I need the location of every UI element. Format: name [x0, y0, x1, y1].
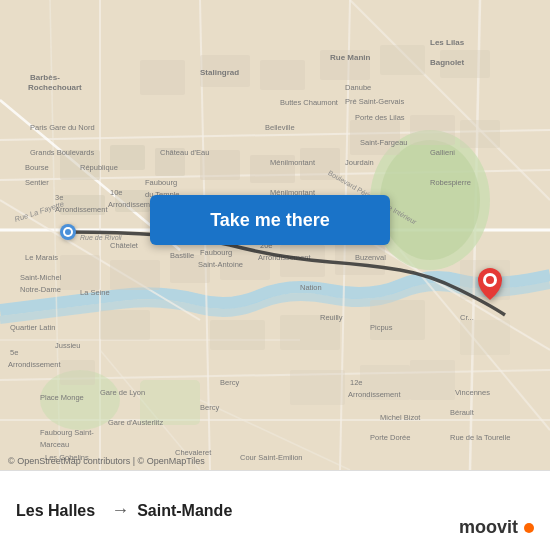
svg-text:Robespierre: Robespierre: [430, 178, 471, 187]
svg-text:Arrondissement: Arrondissement: [348, 390, 401, 399]
svg-text:République: République: [80, 163, 118, 172]
svg-text:5e: 5e: [10, 348, 18, 357]
svg-rect-29: [110, 260, 160, 290]
svg-text:Bourse: Bourse: [25, 163, 49, 172]
svg-text:Jourdain: Jourdain: [345, 158, 374, 167]
moovit-logo: moovit: [459, 517, 534, 538]
svg-text:Ménilmontant: Ménilmontant: [270, 158, 316, 167]
svg-text:Gallieni: Gallieni: [430, 148, 455, 157]
svg-rect-41: [410, 360, 455, 400]
svg-text:Gare de Lyon: Gare de Lyon: [100, 388, 145, 397]
svg-text:Stalingrad: Stalingrad: [200, 68, 239, 77]
svg-text:Saint-Antoine: Saint-Antoine: [198, 260, 243, 269]
moovit-brand-name: moovit: [459, 517, 518, 538]
svg-text:Buttes Chaumont: Buttes Chaumont: [280, 98, 339, 107]
svg-text:Picpus: Picpus: [370, 323, 393, 332]
svg-point-127: [65, 229, 71, 235]
svg-text:Paris Gare du Nord: Paris Gare du Nord: [30, 123, 95, 132]
take-me-there-button[interactable]: Take me there: [150, 195, 390, 245]
svg-text:Bagnolet: Bagnolet: [430, 58, 465, 67]
svg-text:Arrondissement: Arrondissement: [8, 360, 61, 369]
svg-text:Faubourg: Faubourg: [145, 178, 177, 187]
svg-text:Châtelet: Châtelet: [110, 241, 139, 250]
svg-point-20: [380, 140, 480, 260]
svg-text:Saint-Fargeau: Saint-Fargeau: [360, 138, 408, 147]
arrow-icon: →: [111, 500, 129, 521]
svg-text:Marceau: Marceau: [40, 440, 69, 449]
svg-text:Belleville: Belleville: [265, 123, 295, 132]
svg-text:Saint-Michel: Saint-Michel: [20, 273, 62, 282]
svg-text:Cr...: Cr...: [460, 313, 474, 322]
from-location: Les Halles: [16, 502, 95, 520]
svg-rect-47: [460, 120, 500, 148]
moovit-logo-dot: [524, 523, 534, 533]
svg-text:Rochechouart: Rochechouart: [28, 83, 82, 92]
svg-text:Faubourg Saint-: Faubourg Saint-: [40, 428, 94, 437]
svg-text:Nation: Nation: [300, 283, 322, 292]
svg-text:Arrondissement: Arrondissement: [55, 205, 108, 214]
svg-text:Bercy: Bercy: [200, 403, 219, 412]
svg-text:10e: 10e: [110, 188, 123, 197]
svg-text:Pré Saint-Gervais: Pré Saint-Gervais: [345, 97, 404, 106]
svg-text:Bercy: Bercy: [220, 378, 239, 387]
footer: Les Halles → Saint-Mande moovit: [0, 470, 550, 550]
svg-rect-37: [100, 310, 150, 340]
svg-rect-36: [210, 320, 265, 350]
svg-text:Sentier: Sentier: [25, 178, 49, 187]
svg-text:12e: 12e: [350, 378, 363, 387]
svg-text:Rue Manin: Rue Manin: [330, 53, 371, 62]
svg-text:Porte des Lilas: Porte des Lilas: [355, 113, 405, 122]
map-container: Rue La Fayette Rue de Rivoli Boulevard P…: [0, 0, 550, 470]
svg-rect-49: [460, 320, 510, 355]
svg-text:Le Marais: Le Marais: [25, 253, 58, 262]
svg-rect-50: [140, 60, 185, 95]
svg-text:Rue de Rivoli: Rue de Rivoli: [80, 234, 122, 241]
svg-text:Château d'Eau: Château d'Eau: [160, 148, 209, 157]
svg-text:Vincennes: Vincennes: [455, 388, 490, 397]
svg-text:La Seine: La Seine: [80, 288, 110, 297]
svg-rect-46: [410, 115, 455, 145]
svg-text:Gare d'Austerlitz: Gare d'Austerlitz: [108, 418, 163, 427]
map-attribution: © OpenStreetMap contributors | © OpenMap…: [8, 456, 205, 466]
svg-text:Faubourg: Faubourg: [200, 248, 232, 257]
svg-text:Danube: Danube: [345, 83, 371, 92]
svg-text:Jussieu: Jussieu: [55, 341, 80, 350]
svg-rect-28: [60, 255, 100, 290]
svg-rect-39: [290, 370, 345, 405]
svg-text:Les Lilas: Les Lilas: [430, 38, 465, 47]
svg-text:Rue de la Tourelle: Rue de la Tourelle: [450, 433, 510, 442]
svg-text:Reuilly: Reuilly: [320, 313, 343, 322]
svg-point-129: [486, 276, 494, 284]
svg-text:3e: 3e: [55, 193, 63, 202]
svg-text:Notre-Dame: Notre-Dame: [20, 285, 61, 294]
svg-text:Michel Bizot: Michel Bizot: [380, 413, 421, 422]
svg-text:Barbès-: Barbès-: [30, 73, 60, 82]
svg-text:Buzenval: Buzenval: [355, 253, 386, 262]
svg-text:Porte Dorée: Porte Dorée: [370, 433, 410, 442]
svg-text:Bérault: Bérault: [450, 408, 475, 417]
to-location: Saint-Mande: [137, 502, 232, 520]
svg-rect-54: [380, 45, 425, 75]
svg-text:Bastille: Bastille: [170, 251, 194, 260]
svg-text:Place Monge: Place Monge: [40, 393, 84, 402]
svg-rect-34: [370, 300, 425, 340]
svg-text:Cour Saint-Emilion: Cour Saint-Emilion: [240, 453, 303, 462]
svg-text:Quartier Latin: Quartier Latin: [10, 323, 55, 332]
svg-rect-52: [260, 60, 305, 90]
svg-text:Grands Boulevards: Grands Boulevards: [30, 148, 94, 157]
svg-rect-38: [60, 360, 95, 385]
